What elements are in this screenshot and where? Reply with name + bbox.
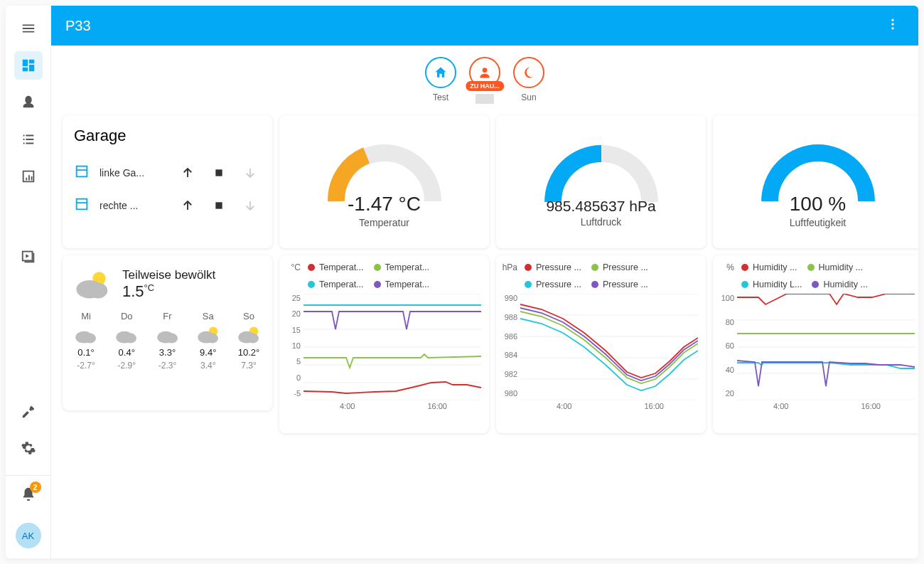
moon-icon (522, 65, 536, 80)
chart-temp-yaxis: 2520151050-5 (282, 294, 303, 410)
garage-right-down[interactable] (240, 195, 261, 216)
arrow-up-icon (181, 166, 194, 179)
garage-left-label[interactable]: linke Ga... (100, 167, 167, 179)
sidebar-item-logbook[interactable] (14, 125, 43, 154)
hamburger-icon (21, 21, 36, 36)
cloud-icon (196, 324, 220, 344)
chart-pressure-card[interactable]: hPa Pressure ...Pressure ...Pressure ...… (496, 255, 706, 433)
chart-pressure-axis: hPa (499, 262, 520, 272)
svg-point-22 (206, 334, 218, 344)
gauge-humidity-value: 100 % (790, 193, 846, 216)
legend-item[interactable]: Humidity ... (741, 262, 797, 272)
notification-count: 2 (30, 481, 41, 493)
svg-point-2 (891, 23, 893, 25)
chart-pressure-xaxis: 4:0016:00 (520, 402, 700, 410)
badge-person-chip: ZU HAU... (466, 81, 504, 91)
svg-point-15 (84, 334, 96, 344)
forecast-row: Mi 0.1°-2.7°Do 0.4°-2.9°Fr 3.3°-2.3°Sa 9… (74, 311, 261, 371)
garage-right-stop[interactable] (208, 195, 230, 216)
badge-person-label (476, 94, 494, 104)
garage-row-right: rechte ... (74, 189, 261, 222)
sidebar-item-history[interactable] (14, 162, 43, 191)
arrow-down-icon (244, 199, 257, 212)
chart-temp-axis: °C (282, 262, 303, 272)
legend-item[interactable]: Humidity ... (812, 280, 868, 289)
legend-item[interactable]: Pressure ... (591, 280, 648, 289)
person-pin-icon (21, 95, 36, 110)
sidebar-item-settings[interactable] (14, 434, 43, 462)
stop-icon (214, 201, 224, 211)
legend-item[interactable]: Pressure ... (525, 262, 581, 272)
legend-item[interactable]: Humidity ... (807, 262, 864, 272)
gauge-pressure-value: 985.485637 hPa (546, 198, 655, 215)
badge-sun[interactable]: Sun (513, 57, 544, 104)
svg-rect-7 (215, 169, 222, 176)
header: P33 (51, 6, 918, 46)
play-box-icon (21, 248, 36, 264)
header-more-button[interactable] (881, 13, 904, 38)
dashboard-icon (21, 58, 36, 73)
chart-humidity-xaxis: 4:0016:00 (737, 402, 917, 410)
svg-point-4 (483, 68, 488, 73)
home-icon (434, 65, 448, 80)
legend-item[interactable]: Temperat... (308, 280, 364, 289)
legend-item[interactable]: Temperat... (308, 262, 364, 272)
person-icon (478, 65, 492, 80)
menu-button[interactable] (14, 14, 43, 43)
weather-condition: Teilweise bewölkt (122, 268, 215, 282)
dots-vertical-icon (886, 17, 900, 31)
gauge-temp-value: -1.47 °C (348, 193, 421, 216)
chart-humidity-card[interactable]: % Humidity ...Humidity ...Humidity L...H… (713, 255, 918, 433)
badge-test[interactable]: Test (425, 57, 456, 104)
legend-item[interactable]: Temperat... (374, 262, 430, 272)
legend-item[interactable]: Pressure ... (591, 262, 648, 272)
gauge-humidity-card[interactable]: 100 % Luftfeutigkeit (713, 115, 918, 248)
gauge-pressure (520, 142, 683, 202)
chart-temp-legend: Temperat...Temperat...Temperat...Tempera… (308, 262, 483, 289)
sidebar-item-dashboard[interactable] (14, 51, 43, 80)
garage-left-up[interactable] (177, 162, 198, 183)
cloud-sun-icon (74, 267, 112, 302)
garage-title: Garage (74, 127, 261, 145)
sidebar-item-map[interactable] (14, 88, 43, 117)
weather-temp: 1.5 (122, 282, 144, 300)
garage-right-up[interactable] (177, 195, 198, 216)
legend-item[interactable]: Temperat... (374, 280, 430, 289)
chart-pressure-yaxis: 990988986984982980 (499, 294, 520, 410)
chart-bar-icon (21, 169, 36, 184)
arrow-up-icon (181, 199, 194, 212)
page-title: P33 (65, 18, 91, 34)
gear-icon (21, 440, 36, 456)
hammer-icon (21, 404, 36, 418)
badge-row: Test ZU HAU... Sun (63, 57, 907, 104)
sidebar-item-devtools[interactable] (14, 397, 43, 425)
user-avatar[interactable]: AK (16, 523, 41, 548)
notifications-button[interactable]: 2 (14, 480, 43, 509)
chart-humidity-axis: % (716, 262, 737, 272)
legend-item[interactable]: Pressure ... (525, 280, 581, 289)
svg-rect-5 (77, 166, 87, 177)
svg-point-3 (891, 27, 893, 29)
weather-card[interactable]: Teilweise bewölkt 1.5°C Mi 0.1°-2.7°Do 0… (63, 255, 272, 410)
legend-item[interactable]: Humidity L... (741, 280, 802, 289)
garage-right-label[interactable]: rechte ... (100, 200, 167, 211)
chart-humidity-plot (737, 294, 915, 400)
chart-temp-xaxis: 4:0016:00 (303, 402, 483, 410)
svg-point-25 (247, 334, 259, 344)
gauge-pressure-card[interactable]: 985.485637 hPa Luftdruck (496, 115, 706, 248)
sidebar: 2 AK (6, 6, 51, 558)
forecast-day: Mi 0.1°-2.7° (74, 311, 98, 371)
badge-person[interactable]: ZU HAU... (469, 57, 500, 104)
garage-left-down[interactable] (240, 162, 261, 183)
garage-row-left: linke Ga... (74, 156, 261, 189)
chart-temp-card[interactable]: °C Temperat...Temperat...Temperat...Temp… (279, 255, 489, 433)
list-icon (21, 132, 36, 147)
badge-test-label: Test (433, 92, 448, 102)
garage-left-stop[interactable] (208, 162, 230, 183)
svg-rect-8 (77, 199, 87, 210)
garage-door-icon (74, 196, 90, 215)
gauge-temp-card[interactable]: -1.47 °C Temperatur (279, 115, 489, 248)
gauge-pressure-label: Luftdruck (581, 216, 622, 228)
forecast-day: Do 0.4°-2.9° (114, 311, 139, 371)
sidebar-item-media[interactable] (14, 242, 43, 270)
